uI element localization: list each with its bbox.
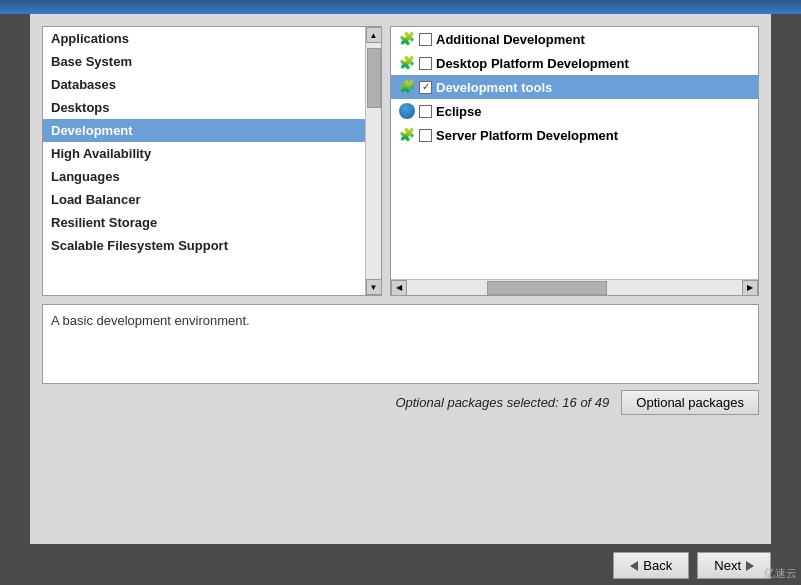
description-text: A basic development environment.: [51, 313, 250, 328]
right-list-item[interactable]: 🧩Additional Development: [391, 27, 758, 51]
right-list-item[interactable]: Eclipse: [391, 99, 758, 123]
back-arrow-icon: [630, 561, 638, 571]
optional-count: Optional packages selected: 16 of 49: [395, 395, 609, 410]
right-list-item[interactable]: 🧩Desktop Platform Development: [391, 51, 758, 75]
item-checkbox[interactable]: [419, 129, 432, 142]
right-scrollbar-h[interactable]: ◀ ▶: [391, 279, 758, 295]
left-list-item[interactable]: Applications: [43, 27, 381, 50]
scroll-right-btn[interactable]: ▶: [742, 280, 758, 296]
left-list-item[interactable]: Load Balancer: [43, 188, 381, 211]
scroll-thumb-h[interactable]: [487, 281, 607, 295]
puzzle-icon: 🧩: [399, 55, 415, 71]
globe-icon: [399, 103, 415, 119]
left-list-item[interactable]: Databases: [43, 73, 381, 96]
scroll-thumb[interactable]: [367, 48, 381, 108]
right-list-item[interactable]: 🧩Development tools: [391, 75, 758, 99]
left-list: ApplicationsBase SystemDatabasesDesktops…: [43, 27, 381, 295]
item-label: Development tools: [436, 80, 552, 95]
item-label: Server Platform Development: [436, 128, 618, 143]
optional-packages-button[interactable]: Optional packages: [621, 390, 759, 415]
left-list-item[interactable]: Development: [43, 119, 381, 142]
item-label: Desktop Platform Development: [436, 56, 629, 71]
main-container: ApplicationsBase SystemDatabasesDesktops…: [30, 14, 771, 544]
right-list-item[interactable]: 🧩Server Platform Development: [391, 123, 758, 147]
left-list-item[interactable]: High Availability: [43, 142, 381, 165]
scroll-up-btn[interactable]: ▲: [366, 27, 382, 43]
puzzle-icon: 🧩: [399, 31, 415, 47]
next-arrow-icon: [746, 561, 754, 571]
left-list-item[interactable]: Resilient Storage: [43, 211, 381, 234]
top-panels: ApplicationsBase SystemDatabasesDesktops…: [42, 26, 759, 296]
left-panel: ApplicationsBase SystemDatabasesDesktops…: [42, 26, 382, 296]
bottom-controls: Optional packages selected: 16 of 49 Opt…: [42, 390, 759, 415]
left-list-item[interactable]: Desktops: [43, 96, 381, 119]
item-label: Eclipse: [436, 104, 482, 119]
item-checkbox[interactable]: [419, 57, 432, 70]
scroll-down-btn[interactable]: ▼: [366, 279, 382, 295]
next-label: Next: [714, 558, 741, 573]
scroll-track: [366, 43, 382, 279]
left-list-item[interactable]: Languages: [43, 165, 381, 188]
item-checkbox[interactable]: [419, 81, 432, 94]
back-label: Back: [643, 558, 672, 573]
puzzle-icon: 🧩: [399, 127, 415, 143]
watermark: 亿速云: [764, 566, 797, 581]
nav-area: Back Next: [0, 544, 801, 579]
left-list-item[interactable]: Scalable Filesystem Support: [43, 234, 381, 257]
scroll-left-btn[interactable]: ◀: [391, 280, 407, 296]
next-button[interactable]: Next: [697, 552, 771, 579]
item-label: Additional Development: [436, 32, 585, 47]
back-button[interactable]: Back: [613, 552, 689, 579]
left-list-item[interactable]: Base System: [43, 50, 381, 73]
right-list: 🧩Additional Development🧩Desktop Platform…: [391, 27, 758, 279]
right-panel: 🧩Additional Development🧩Desktop Platform…: [390, 26, 759, 296]
top-banner: [0, 0, 801, 14]
left-scrollbar[interactable]: ▲ ▼: [365, 27, 381, 295]
puzzle-icon: 🧩: [399, 79, 415, 95]
scroll-track-h: [407, 280, 742, 296]
item-checkbox[interactable]: [419, 105, 432, 118]
description-area: A basic development environment.: [42, 304, 759, 384]
item-checkbox[interactable]: [419, 33, 432, 46]
